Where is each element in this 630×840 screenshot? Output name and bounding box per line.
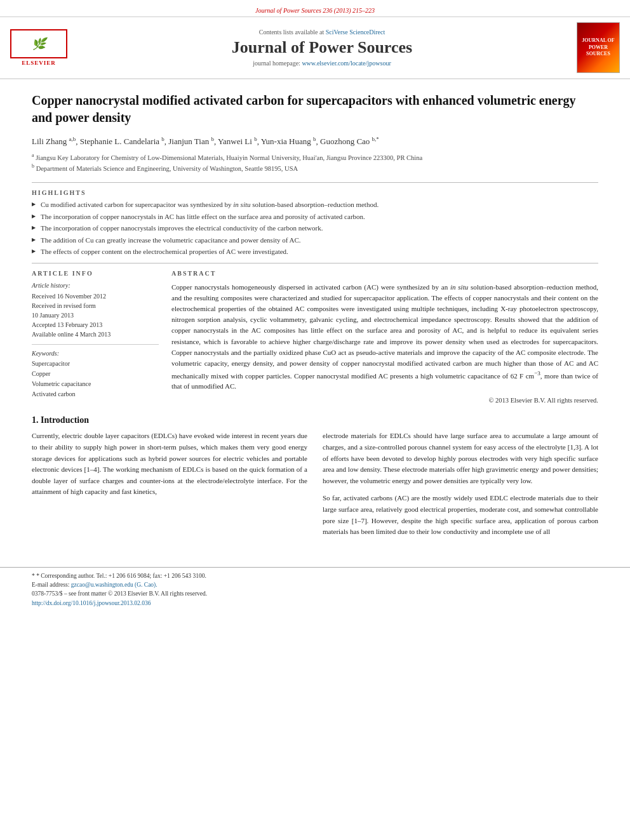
journal-title: Journal of Power Sources — [75, 38, 569, 57]
elsevier-logo-box: 🌿 — [10, 29, 67, 58]
intro-two-col: Currently, electric double layer capacit… — [32, 430, 598, 543]
elsevier-header: 🌿 ELSEVIER Contents lists available at S… — [0, 17, 630, 79]
email-address[interactable]: gzcao@u.washington.edu (G. Cao). — [71, 582, 158, 588]
divider-2 — [32, 263, 598, 263]
intro-para-1: Currently, electric double layer capacit… — [32, 430, 307, 498]
abstract-text: Copper nanocrystals homogeneously disper… — [171, 282, 598, 392]
header-center: Contents lists available at SciVerse Sci… — [75, 29, 569, 67]
highlight-item-4: The addition of Cu can greatly increase … — [32, 236, 598, 245]
journal-ref: Journal of Power Sources 236 (2013) 215–… — [255, 7, 375, 14]
footer-section: * * Corresponding author. Tel.: +1 206 6… — [0, 567, 630, 608]
email-line: E-mail address: gzcao@u.washington.edu (… — [32, 580, 598, 589]
elsevier-wordmark: ELSEVIER — [22, 60, 56, 66]
introduction-section: 1. Introduction Currently, electric doub… — [32, 415, 598, 543]
elsevier-logo: 🌿 ELSEVIER — [10, 29, 67, 66]
elsevier-tree-icon: 🌿 — [32, 37, 46, 51]
doi-line: http://dx.doi.org/10.1016/j.jpowsour.201… — [32, 599, 598, 608]
keyword-3: Volumetric capacitance — [32, 379, 159, 389]
keyword-2: Copper — [32, 369, 159, 379]
abstract-col: ABSTRACT Copper nanocrystals homogeneous… — [171, 270, 598, 404]
history-online: Available online 4 March 2013 — [32, 330, 159, 339]
abstract-label: ABSTRACT — [171, 270, 598, 277]
homepage-link[interactable]: www.elsevier.com/locate/jpowsour — [302, 60, 391, 67]
history-accepted: Accepted 13 February 2013 — [32, 320, 159, 330]
journal-homepage: journal homepage: www.elsevier.com/locat… — [75, 60, 569, 67]
keyword-1: Supercapacitor — [32, 359, 159, 369]
keywords-label: Keywords: — [32, 350, 159, 357]
corresponding-author-note: * * Corresponding author. Tel.: +1 206 6… — [32, 571, 598, 580]
intro-title-text: Introduction — [41, 415, 89, 425]
sciverse-link[interactable]: SciVerse ScienceDirect — [326, 29, 385, 36]
divider-1 — [32, 182, 598, 183]
affiliations: a Jiangsu Key Laboratory for Chemistry o… — [32, 152, 598, 174]
highlights-label: HIGHLIGHTS — [32, 189, 598, 196]
authors-line: Lili Zhang a,b, Stephanie L. Candelaria … — [32, 135, 598, 148]
history-revised-label: Received in revised form — [32, 301, 159, 310]
article-title: Copper nanocrystal modified activated ca… — [32, 92, 598, 126]
highlight-item-1: Cu modified activated carbon for superca… — [32, 200, 598, 210]
history-revised-date: 10 January 2013 — [32, 310, 159, 320]
article-info-label: ARTICLE INFO — [32, 270, 159, 277]
affiliation-a: a Jiangsu Key Laboratory for Chemistry o… — [32, 152, 598, 163]
intro-para-2: electrode materials for EDLCs should hav… — [323, 430, 598, 486]
intro-col-left: Currently, electric double layer capacit… — [32, 430, 307, 543]
highlight-item-5: The effects of copper content on the ele… — [32, 247, 598, 257]
sciverse-line: Contents lists available at SciVerse Sci… — [75, 29, 569, 36]
highlight-item-2: The incorporation of copper nanocrystals… — [32, 212, 598, 222]
affiliation-b: b Department of Materials Science and En… — [32, 163, 598, 173]
intro-para-3: So far, activated carbons (AC) are the m… — [323, 493, 598, 537]
history-received: Received 16 November 2012 — [32, 291, 159, 301]
cover-label: JOURNAL OFPOWERSOURCES — [582, 37, 614, 57]
article-body: Copper nanocrystal modified activated ca… — [0, 79, 630, 557]
highlights-section: HIGHLIGHTS Cu modified activated carbon … — [32, 189, 598, 257]
doi-link[interactable]: http://dx.doi.org/10.1016/j.jpowsour.201… — [32, 600, 151, 606]
sciverse-text: Contents lists available at — [259, 29, 324, 36]
journal-header-bar: Journal of Power Sources 236 (2013) 215–… — [0, 0, 630, 17]
article-info-abstract: ARTICLE INFO Article history: Received 1… — [32, 270, 598, 404]
issn-text: 0378-7753/$ – see front matter © 2013 El… — [32, 590, 207, 597]
highlight-item-3: The incorporation of copper nanocrystals… — [32, 223, 598, 233]
page: Journal of Power Sources 236 (2013) 215–… — [0, 0, 630, 840]
article-history-label: Article history: — [32, 282, 159, 289]
intro-col-right: electrode materials for EDLCs should hav… — [323, 430, 598, 543]
journal-cover-image: JOURNAL OFPOWERSOURCES — [577, 22, 620, 73]
issn-line: 0378-7753/$ – see front matter © 2013 El… — [32, 589, 598, 598]
email-label: E-mail address: — [32, 582, 69, 588]
copyright-line: © 2013 Elsevier B.V. All rights reserved… — [171, 397, 598, 404]
introduction-title: 1. Introduction — [32, 415, 598, 425]
divider-keywords — [32, 344, 159, 345]
keyword-4: Activated carbon — [32, 389, 159, 399]
article-info-col: ARTICLE INFO Article history: Received 1… — [32, 270, 159, 404]
corresponding-author-text: * Corresponding author. Tel.: +1 206 616… — [36, 573, 206, 579]
intro-section-number: 1. — [32, 415, 39, 425]
